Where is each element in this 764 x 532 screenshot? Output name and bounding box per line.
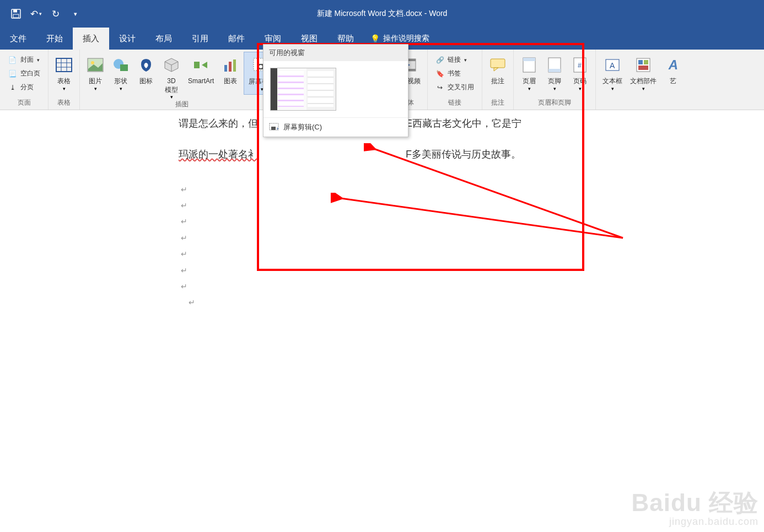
svg-rect-40 [638,66,648,70]
group-label-pages: 页面 [3,98,45,110]
comment-button[interactable]: 批注 [486,52,510,86]
undo-icon[interactable]: ↶▾ [31,9,41,19]
bookmark-button[interactable]: 🔖书签 [433,68,476,79]
paragraph-mark: ↵ [181,214,642,230]
textbox-icon: A [605,54,620,76]
camera-plus-icon: + [269,123,279,132]
redo-icon[interactable]: ↻ [51,9,61,19]
tab-home[interactable]: 开始 [36,28,73,50]
paragraph-mark: ↵ [181,263,642,279]
tab-references[interactable]: 引用 [182,28,218,50]
svg-text:+: + [276,126,279,132]
group-header-footer: 页眉▾ 页脚▾ #页码▾ 页眉和页脚 [514,50,596,110]
paragraph-mark: ↵ [181,279,642,295]
header-icon [522,54,536,76]
screen-clipping-button[interactable]: + 屏幕剪辑(C) [263,117,408,137]
svg-marker-28 [494,68,498,71]
svg-marker-15 [202,62,207,68]
smartart-icon [193,54,209,76]
table-button[interactable]: 表格▾ [52,52,76,91]
document-canvas[interactable]: 谓是怎么来的，但 E西藏古老文化中，它是宁 玛派的一处著名衤 F多美丽传说与历史… [0,110,764,532]
svg-rect-32 [548,69,561,72]
group-label-hf: 页眉和页脚 [517,98,592,110]
chart-button[interactable]: 图表 [218,52,243,86]
tab-layout[interactable]: 布局 [146,28,182,50]
page-break-button[interactable]: ⤓分页 [6,82,42,93]
group-label-tables: 表格 [52,98,76,110]
text-line-2a: 玛派的一处著名衤 [179,144,258,165]
svg-rect-14 [194,62,200,68]
qat-customize-icon[interactable]: ▾ [71,9,80,19]
paragraph-mark: ↵ [181,198,642,214]
wordart-icon: A [669,54,678,76]
table-icon [55,54,73,76]
svg-rect-39 [644,60,648,64]
icons-icon [138,54,154,76]
window-thumbnail[interactable] [270,68,336,111]
svg-rect-42 [271,127,276,130]
cube-icon [163,54,180,76]
xref-icon: ↪ [435,83,444,92]
page-number-button[interactable]: #页码▾ [568,52,592,91]
save-icon[interactable] [11,9,21,19]
svg-point-9 [91,61,94,64]
svg-rect-3 [56,58,72,72]
parts-icon [636,54,651,76]
quick-access-toolbar: ↶▾ ↻ ▾ [0,9,80,19]
available-windows [263,61,408,117]
svg-rect-27 [491,59,505,68]
bookmark-icon: 🔖 [435,69,444,78]
svg-rect-30 [523,58,535,61]
title-bar: ↶▾ ↻ ▾ 新建 Microsoft Word 文档.docx - Word [0,0,764,28]
svg-rect-1 [13,10,17,13]
cover-page-button[interactable]: 📄封面 ▾ [6,54,42,66]
pagenum-icon: # [573,54,587,76]
tab-insert[interactable]: 插入 [73,28,109,50]
group-comments: 批注 批注 [482,50,514,110]
document-page: 谓是怎么来的，但 E西藏古老文化中，它是宁 玛派的一处著名衤 F多美丽传说与历史… [112,110,642,311]
screenshot-dropdown: 可用的视窗 + 屏幕剪辑(C) [263,44,408,137]
footer-button[interactable]: 页脚▾ [542,52,567,91]
pictures-icon [87,54,104,76]
lightbulb-icon: 💡 [370,34,380,43]
blank-page-icon: 📃 [8,69,17,78]
wordart-button[interactable]: A艺 [661,52,685,86]
3d-models-button[interactable]: 3D 模型▾ [159,52,184,100]
comment-icon [489,54,506,76]
svg-rect-11 [120,64,128,71]
text-line-1b: E西藏古老文化中，它是宁 [406,113,521,134]
tab-mailings[interactable]: 邮件 [218,28,255,50]
svg-rect-18 [233,59,236,72]
header-button[interactable]: 页眉▾ [517,52,541,91]
textbox-button[interactable]: A文本框▾ [599,52,626,91]
group-label-links: 链接 [431,98,478,110]
quick-parts-button[interactable]: 文档部件▾ [627,52,660,91]
blank-page-button[interactable]: 📃空白页 [6,68,42,79]
group-tables: 表格▾ 表格 [49,50,80,110]
svg-rect-16 [224,65,227,72]
tab-file[interactable]: 文件 [0,28,36,50]
smartart-button[interactable]: SmartArt [185,52,217,86]
svg-rect-38 [638,60,643,64]
group-label-comments: 批注 [486,98,510,110]
chart-icon [222,54,239,76]
document-title: 新建 Microsoft Word 文档.docx - Word [317,9,448,19]
tab-design[interactable]: 设计 [109,28,146,50]
page-break-icon: ⤓ [8,83,17,92]
cross-reference-button[interactable]: ↪交叉引用 [433,82,476,93]
svg-point-21 [259,65,262,68]
icons-button[interactable]: 图标 [134,52,158,86]
group-pages: 📄封面 ▾ 📃空白页 ⤓分页 页面 [0,50,49,110]
group-text: A文本框▾ 文档部件▾ A艺 [596,50,688,110]
paragraph-mark: ↵ [181,230,642,246]
svg-text:A: A [610,61,615,70]
svg-rect-17 [229,62,232,72]
group-illustrations: 图片▾ 形状▾ 图标 3D 模型▾ SmartArt 图表 +屏幕截图▾ 插图 [80,50,284,110]
link-button[interactable]: 🔗链接 ▾ [433,54,476,66]
pictures-button[interactable]: 图片▾ [83,52,107,91]
shapes-button[interactable]: 形状▾ [109,52,133,91]
text-line-2b: F多美丽传说与历史故事。 [406,144,521,165]
svg-text:#: # [578,62,582,69]
svg-rect-2 [13,14,19,18]
shapes-icon [112,54,129,76]
